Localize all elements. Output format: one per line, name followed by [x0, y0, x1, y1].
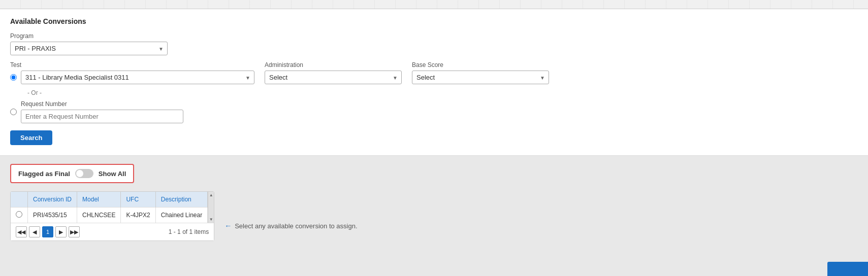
program-label: Program — [10, 32, 858, 40]
col-select — [11, 192, 28, 208]
request-number-label: Request Number — [21, 100, 183, 108]
col-ufc: UFC — [121, 192, 155, 208]
page-1-btn[interactable]: 1 — [42, 226, 53, 237]
flagged-label: Flagged as Final — [18, 170, 70, 178]
main-panel: Available Conversions Program PRI - PRAX… — [0, 9, 868, 156]
request-number-group: Request Number — [21, 100, 183, 123]
show-all-label: Show All — [99, 170, 126, 178]
test-admin-row: Test 311 - Library Media Specialist 0311… — [10, 61, 858, 84]
program-select[interactable]: PRI - PRAXIS — [10, 42, 168, 55]
toggle-bar: Flagged as Final Show All — [10, 164, 134, 183]
test-label: Test — [10, 61, 254, 68]
table-with-scroll: Conversion ID Model UFC Description PRI/… — [11, 192, 214, 223]
request-number-input[interactable] — [21, 110, 183, 123]
table-row: PRI/4535/15 CHLNCSEE K-4JPX2 Chained Lin… — [11, 208, 208, 223]
scroll-down-arrow[interactable]: ▼ — [209, 217, 213, 222]
bottom-section: Conversion ID Model UFC Description PRI/… — [10, 191, 858, 241]
results-table-container: Conversion ID Model UFC Description PRI/… — [10, 191, 214, 241]
col-conversion-id: Conversion ID — [28, 192, 77, 208]
row-conversion-id: PRI/4535/15 — [28, 208, 77, 223]
row-model: CHLNCSEE — [77, 208, 121, 223]
right-message: ← Select any available conversion to ass… — [224, 191, 357, 230]
row-description: Chained Linear — [155, 208, 207, 223]
test-group: Test 311 - Library Media Specialist 0311 — [10, 61, 254, 84]
scroll-indicator: ▲ ▼ — [208, 192, 214, 223]
row-ufc: K-4JPX2 — [121, 208, 155, 223]
admin-select[interactable]: Select — [265, 71, 402, 84]
test-select-wrapper[interactable]: 311 - Library Media Specialist 0311 — [21, 71, 254, 84]
admin-label: Administration — [265, 61, 402, 68]
admin-group: Administration Select — [265, 61, 402, 84]
right-message-text: Select any available conversion to assig… — [235, 222, 357, 230]
prev-page-btn[interactable]: ◀ — [29, 226, 40, 237]
program-select-wrapper[interactable]: PRI - PRAXIS — [10, 42, 168, 55]
base-score-select-wrapper[interactable]: Select — [412, 71, 549, 84]
left-arrow-icon: ← — [224, 222, 232, 230]
row-radio-cell[interactable] — [11, 208, 28, 223]
base-score-group: Base Score Select — [412, 61, 549, 84]
page-title: Available Conversions — [10, 17, 858, 25]
scroll-up-arrow[interactable]: ▲ — [209, 193, 213, 197]
pagination-row: ◀◀ ◀ 1 ▶ ▶▶ 1 - 1 of 1 items — [11, 223, 214, 240]
base-score-select[interactable]: Select — [412, 71, 549, 84]
test-select[interactable]: 311 - Library Media Specialist 0311 — [21, 71, 254, 84]
request-number-radio[interactable] — [10, 109, 17, 115]
table-header: Conversion ID Model UFC Description — [11, 192, 208, 208]
table-body: PRI/4535/15 CHLNCSEE K-4JPX2 Chained Lin… — [11, 208, 208, 223]
results-table: Conversion ID Model UFC Description PRI/… — [11, 192, 208, 223]
first-page-btn[interactable]: ◀◀ — [16, 226, 27, 237]
program-group: Program PRI - PRAXIS — [10, 32, 858, 55]
lower-section: Flagged as Final Show All Conversion ID … — [0, 156, 868, 276]
or-divider: - Or - — [27, 89, 858, 96]
pagination-controls: ◀◀ ◀ 1 ▶ ▶▶ — [16, 226, 80, 237]
items-count: 1 - 1 of 1 items — [169, 228, 209, 235]
next-page-btn[interactable]: ▶ — [55, 226, 67, 237]
top-decoration — [0, 0, 868, 9]
request-number-row: Request Number — [10, 100, 858, 123]
toggle-switch[interactable] — [75, 169, 93, 178]
test-radio-row: 311 - Library Media Specialist 0311 — [10, 71, 254, 84]
bottom-blue-bar — [827, 262, 868, 276]
base-score-label: Base Score — [412, 61, 549, 68]
row-radio[interactable] — [16, 211, 22, 218]
col-description: Description — [155, 192, 207, 208]
search-button[interactable]: Search — [10, 130, 52, 145]
form-section: Program PRI - PRAXIS Test 311 - Library … — [10, 32, 858, 145]
test-radio[interactable] — [10, 74, 17, 81]
admin-select-wrapper[interactable]: Select — [265, 71, 402, 84]
last-page-btn[interactable]: ▶▶ — [69, 226, 80, 237]
col-model: Model — [77, 192, 121, 208]
